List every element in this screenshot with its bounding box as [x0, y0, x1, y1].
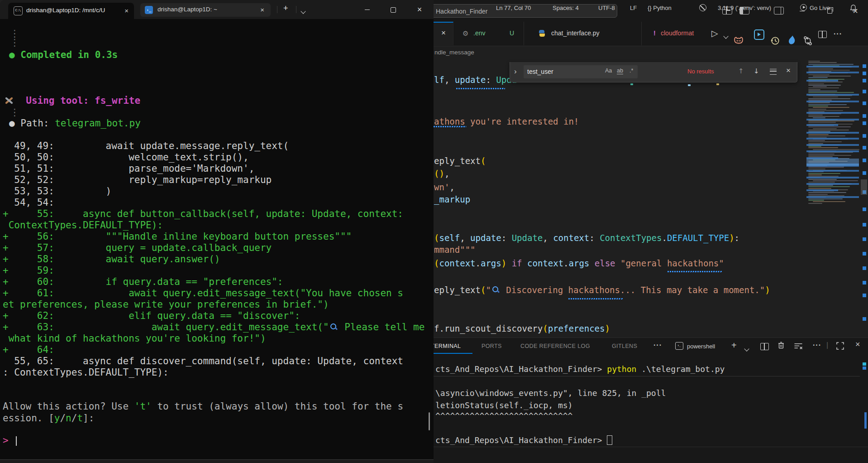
terminal-tab-wsl[interactable]: C:\ drishan@Laptop1D: /mnt/c/U ×: [8, 3, 134, 19]
terminal-content[interactable]: ⋮⋮● Completed in 0.3s Using tool: fs_wri…: [0, 19, 434, 459]
status-utf-8[interactable]: UTF-8: [598, 0, 615, 16]
tab-cloudformat[interactable]: ! cloudformat: [647, 22, 710, 45]
status-ln-77-col-70[interactable]: Ln 77, Col 70: [496, 0, 531, 16]
panel-more-tabs-icon[interactable]: ···: [653, 341, 662, 349]
status-python[interactable]: {} Python: [648, 0, 672, 16]
next-match-icon[interactable]: ↓: [754, 67, 759, 75]
minimap-highlight: [806, 183, 859, 185]
status-3-11-9-venv-venv-[interactable]: 3.11.9 ('.venv': venv): [718, 0, 771, 16]
minimap-row: [808, 135, 845, 136]
panel-tab-terminal[interactable]: TERMINAL: [431, 343, 461, 349]
minimap-row: [808, 182, 835, 183]
minimap-row: [808, 74, 830, 75]
copilot-disabled-icon: [699, 4, 706, 11]
panel-tab-code-reference-log[interactable]: CODE REFERENCE LOG: [520, 343, 590, 349]
split-terminal-icon[interactable]: [760, 343, 769, 350]
toggle-replace-icon[interactable]: ›: [514, 67, 517, 76]
terminal-shell-label[interactable]: powershell: [687, 343, 715, 350]
split-editor-icon[interactable]: [818, 31, 827, 38]
panel-tab-gitlens[interactable]: GITLENS: [612, 343, 637, 349]
minimap-highlight: [806, 119, 859, 121]
terminal-line: ⋮: [10, 37, 19, 48]
clear-terminal-icon[interactable]: [794, 342, 803, 350]
run-code-icon[interactable]: [754, 29, 764, 40]
code-line: mmand""": [434, 245, 476, 255]
code-line: wn',: [434, 182, 455, 192]
flame-icon[interactable]: [787, 29, 796, 52]
scrollbar-thumb[interactable]: [861, 179, 867, 195]
ruler-mark: [863, 134, 866, 138]
code-line: eply_text(: [434, 156, 486, 166]
terminal-tab-powershell[interactable]: ›_ drishan@Laptop1D: ~ ×: [140, 3, 271, 17]
maximize-panel-icon[interactable]: [836, 342, 844, 350]
minimap-row: [813, 86, 827, 87]
minimap-highlight: [806, 189, 838, 191]
panel-more-actions-icon[interactable]: ···: [813, 341, 821, 349]
tab-chat-interface[interactable]: chat_interface.py: [525, 22, 642, 45]
run-dropdown-icon[interactable]: [724, 32, 728, 55]
terminal-line: + 59:: [3, 265, 54, 276]
kill-terminal-icon[interactable]: [777, 341, 785, 349]
minimap-row: [813, 180, 858, 181]
cat-extension-icon[interactable]: [733, 29, 744, 53]
find-in-selection-icon[interactable]: [770, 69, 777, 75]
minimap-row: [808, 102, 830, 103]
minimap-row: [808, 126, 851, 127]
previous-match-icon[interactable]: ↑: [738, 67, 744, 75]
clipped-code-fragment: [716, 83, 719, 85]
minimap-row: [808, 186, 850, 187]
terminal-line: + 56: """Handle inline keyboard button p…: [3, 231, 352, 242]
block-cursor: [607, 435, 612, 445]
terminal-line: 50, 50: welcome_text.strip(),: [3, 152, 249, 163]
ruler-mark: [863, 72, 866, 75]
status-go-live[interactable]: Go Live: [800, 0, 830, 16]
terminal-maximize-button[interactable]: [383, 0, 404, 19]
tab-close-icon[interactable]: ×: [441, 29, 446, 38]
ruler-mark: [863, 237, 866, 241]
tab-dropdown-icon[interactable]: [301, 6, 305, 15]
new-terminal-icon[interactable]: +: [731, 340, 737, 351]
whole-word-icon[interactable]: ab: [617, 68, 623, 74]
status-spaces-4[interactable]: Spaces: 4: [553, 0, 579, 16]
ruler-mark: [863, 294, 866, 297]
minimap-row: [808, 200, 824, 201]
breadcrumb[interactable]: ndle_message: [434, 49, 474, 56]
find-widget: › test_user Aa ab .* No results ↑ ↓ ×: [510, 62, 797, 82]
go-live-icon: [800, 4, 807, 11]
tab-close-icon[interactable]: ×: [124, 7, 129, 14]
git-compare-icon[interactable]: [803, 29, 813, 53]
command-separator: [434, 376, 860, 376]
tab-env[interactable]: ⚙ .env U: [453, 22, 524, 45]
terminal-tab-bar: C:\ drishan@Laptop1D: /mnt/c/U × ›_ dris…: [0, 0, 434, 19]
ruler-mark: [863, 101, 866, 105]
terminal-line: + 55: async def button_callback(self, up…: [3, 208, 403, 220]
match-case-icon[interactable]: Aa: [605, 68, 612, 74]
minimap-row: [813, 128, 837, 129]
history-icon[interactable]: [770, 29, 780, 53]
new-tab-button[interactable]: +: [283, 4, 288, 13]
tab-close-icon[interactable]: ×: [260, 6, 264, 14]
minimap-selection: [806, 159, 859, 166]
terminal-window-edge: [0, 459, 434, 463]
minimap-row: [808, 198, 843, 199]
status-bell[interactable]: [850, 0, 857, 16]
minimap-highlight: [806, 72, 859, 73]
run-python-file-icon[interactable]: ▷: [711, 28, 718, 52]
find-close-icon[interactable]: ×: [786, 66, 791, 75]
terminal-scrollbar-thumb[interactable]: [429, 412, 430, 430]
minimap[interactable]: [806, 61, 860, 206]
terminal-line: + 58: await query.answer(): [3, 254, 220, 265]
regex-icon[interactable]: .*: [630, 68, 633, 74]
more-actions-icon[interactable]: ···: [834, 30, 842, 53]
minimap-row: [808, 110, 843, 111]
minimap-row: [808, 167, 844, 168]
status-copilot[interactable]: [699, 0, 706, 16]
terminal-dropdown-icon[interactable]: [745, 344, 749, 352]
terminal-scroll-mark[interactable]: [864, 412, 867, 429]
terminal-close-button[interactable]: ×: [409, 0, 430, 19]
terminal-minimize-button[interactable]: [357, 0, 377, 19]
status-lf[interactable]: LF: [630, 0, 637, 16]
toggle-secondary-sidebar-icon[interactable]: [774, 7, 784, 14]
panel-tab-ports[interactable]: PORTS: [482, 343, 502, 349]
close-panel-icon[interactable]: ×: [855, 340, 860, 349]
